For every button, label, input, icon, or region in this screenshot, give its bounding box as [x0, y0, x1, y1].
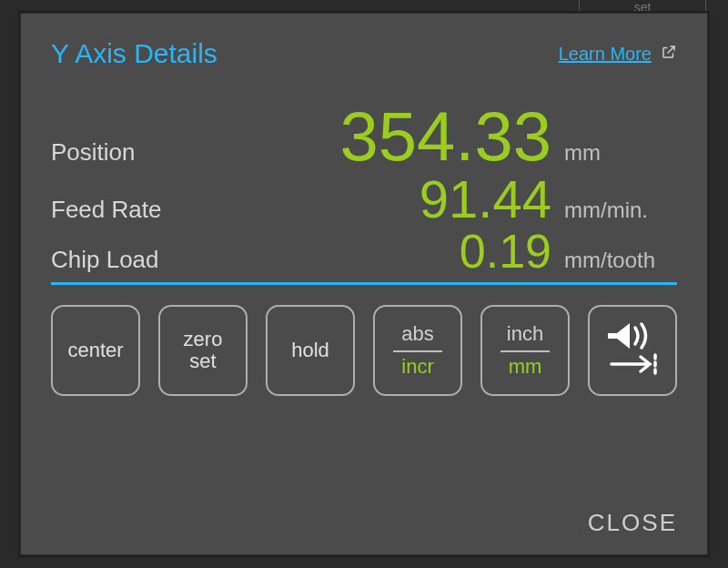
chip-load-label: Chip Load [51, 246, 269, 274]
hold-button[interactable]: hold [266, 305, 355, 396]
zero-set-line1: zero [184, 329, 223, 350]
panel-title: Y Axis Details [51, 38, 217, 69]
hold-button-label: hold [291, 340, 329, 361]
mode-option-incr: incr [401, 356, 433, 378]
chip-load-row: Chip Load 0.19 mm/tooth [51, 228, 677, 275]
units-option-mm: mm [509, 356, 542, 378]
learn-more-label: Learn More [559, 44, 652, 65]
chip-load-value: 0.19 [277, 228, 551, 275]
feed-rate-value: 91.44 [277, 173, 551, 226]
button-row: center zero set hold abs incr inch mm [51, 305, 677, 396]
toggle-separator [393, 350, 443, 352]
abs-incr-toggle[interactable]: abs incr [373, 305, 462, 396]
position-row: Position 354.33 mm [51, 102, 677, 171]
position-label: Position [51, 138, 269, 167]
position-unit: mm [559, 140, 677, 166]
zero-set-button[interactable]: zero set [158, 305, 248, 396]
speak-position-button[interactable] [588, 305, 677, 396]
close-button[interactable]: CLOSE [588, 509, 677, 537]
speaker-arrow-icon [602, 320, 662, 380]
zero-set-line2: set [189, 350, 216, 372]
units-option-inch: inch [507, 323, 543, 345]
mode-option-abs: abs [401, 323, 433, 345]
readout-rows: Position 354.33 mm Feed Rate 91.44 mm/mi… [51, 102, 677, 275]
inch-mm-toggle[interactable]: inch mm [480, 305, 570, 396]
center-button[interactable]: center [51, 305, 140, 396]
panel-header: Y Axis Details Learn More [51, 38, 677, 69]
external-link-icon [661, 44, 677, 65]
feed-rate-unit: mm/min. [559, 198, 677, 223]
feed-rate-row: Feed Rate 91.44 mm/min. [51, 173, 677, 226]
section-divider [51, 282, 677, 285]
y-axis-details-panel: Y Axis Details Learn More Position 354.3… [18, 11, 710, 557]
position-value: 354.33 [277, 102, 551, 171]
center-button-label: center [67, 340, 123, 361]
chip-load-unit: mm/tooth [559, 248, 677, 273]
feed-rate-label: Feed Rate [51, 196, 269, 224]
learn-more-link[interactable]: Learn More [559, 44, 677, 65]
toggle-separator [500, 350, 551, 352]
panel-footer: CLOSE [51, 482, 677, 537]
